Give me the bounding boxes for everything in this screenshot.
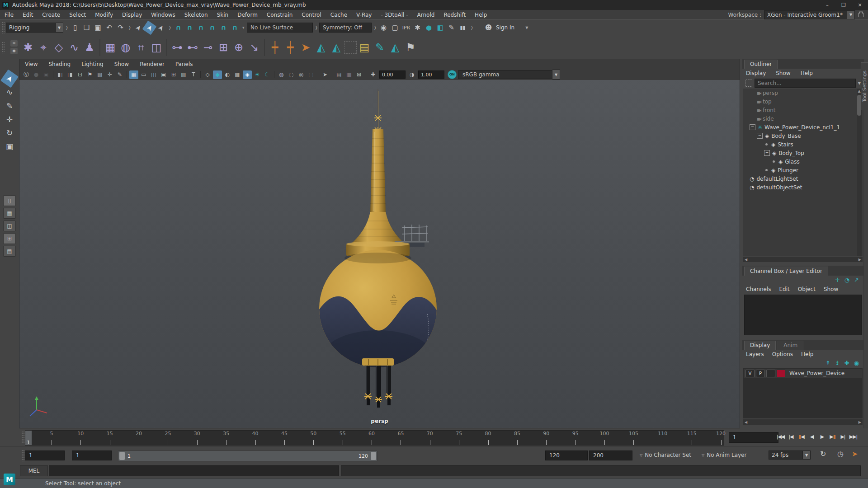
menu-modify[interactable]: Modify <box>90 10 118 19</box>
duplicate-cards-icon[interactable]: ▤ <box>357 39 372 56</box>
render-settings-icon[interactable]: ✱ <box>412 23 423 33</box>
live-surface-field[interactable]: No Live Surface <box>247 23 313 33</box>
timeline-playhead[interactable]: 1 <box>25 431 32 445</box>
pose-tool-icon[interactable]: ┿ <box>267 39 283 56</box>
menu-display[interactable]: Display <box>118 10 146 19</box>
orient-constraint-icon[interactable]: ⊸ <box>200 39 216 56</box>
groom-brush-icon[interactable]: ✎ <box>372 39 387 56</box>
layout-pane-outliner[interactable]: ⊞ <box>3 233 16 244</box>
outliner-horizontal-scrollbar[interactable]: ◀ ▶ <box>743 257 863 262</box>
flat-shade-icon[interactable]: ◐ <box>223 70 232 79</box>
menu-arnold[interactable]: Arnold <box>413 10 439 19</box>
multisample-icon[interactable]: ◎ <box>297 70 306 79</box>
duplicate-pane-icon[interactable]: ▤ <box>335 70 344 79</box>
scroll-right-icon[interactable]: ▶ <box>859 420 861 424</box>
viewport-menu-renderer[interactable]: Renderer <box>134 61 170 67</box>
shelf-tabs-toggle[interactable]: ≡ <box>10 40 18 47</box>
outliner-item-defaultobjectset[interactable]: ◔defaultObjectSet <box>743 183 863 192</box>
redo-icon[interactable]: ↷ <box>115 23 126 33</box>
step-forward-frame-button[interactable]: ▶| <box>838 432 848 442</box>
channel-box-menu-edit[interactable]: Edit <box>779 286 790 292</box>
layout-pane-hypergraph[interactable]: ▤ <box>3 246 16 257</box>
film-gate-icon[interactable]: ▭ <box>139 70 148 79</box>
hypershade-icon[interactable]: ● <box>424 23 434 33</box>
play-forwards-button[interactable]: ▶ <box>817 432 827 442</box>
expand-collapse-icon[interactable]: − <box>757 133 763 139</box>
xray-icon[interactable]: ▢ <box>307 70 316 79</box>
color-management-toggle[interactable]: ON <box>448 70 457 79</box>
range-start-handle[interactable] <box>119 452 125 460</box>
ik-handle-icon[interactable]: ⌖ <box>36 39 51 56</box>
playback-end-field[interactable]: 120 <box>545 450 588 460</box>
tab-anim[interactable]: Anim <box>778 341 803 350</box>
chevron-down-icon[interactable]: ▼ <box>525 26 528 30</box>
outliner-item-body_base[interactable]: −◈Body_Base <box>743 131 863 140</box>
move-tool[interactable]: ✛ <box>3 113 16 126</box>
outliner-item-body_top[interactable]: −◈Body_Top <box>743 149 863 157</box>
image-plane-icon[interactable]: ▧ <box>95 70 104 79</box>
insert-joint-icon[interactable]: ◇ <box>51 39 66 56</box>
outliner-item-side[interactable]: ◼◂side <box>743 114 863 123</box>
save-scene-icon[interactable]: ▣ <box>93 23 103 33</box>
snap-grid-icon[interactable]: ∩ <box>173 23 184 33</box>
viewport-3d-area[interactable]: persp <box>19 80 740 428</box>
make-live-icon[interactable]: ∩ <box>230 23 240 33</box>
select-tool[interactable]: ➤ <box>0 70 19 88</box>
animation-start-field[interactable]: 1 <box>25 450 65 460</box>
sign-in-control[interactable]: ☻ Sign In ▼ <box>483 23 528 33</box>
group-divider[interactable]: ❭ <box>315 22 317 33</box>
paint-effects-icon[interactable]: ✎ <box>446 23 457 33</box>
viewport-menu-show[interactable]: Show <box>109 61 134 67</box>
create-layer-from-selected-icon[interactable]: ◉ <box>854 360 859 367</box>
animation-end-field[interactable]: 200 <box>589 450 632 460</box>
group-divider[interactable]: ❭ <box>470 22 473 33</box>
current-frame-field[interactable]: 1 <box>729 432 778 443</box>
render-view-icon[interactable]: ◉ <box>378 23 389 33</box>
open-scene-icon[interactable]: ❏ <box>81 23 92 33</box>
layer-color-swatch[interactable] <box>777 370 785 377</box>
go-to-end-button[interactable]: ▶▶| <box>849 432 858 442</box>
outliner-item-plunger[interactable]: ◈Plunger <box>743 166 863 174</box>
exposure-icon[interactable]: ✚ <box>368 70 377 79</box>
pan-zoom-icon[interactable]: ✛ <box>105 70 114 79</box>
viewport-menu-lighting[interactable]: Lighting <box>76 61 109 67</box>
channel-list-empty[interactable] <box>744 295 862 335</box>
vray-menu-icon[interactable]: Ⓥ <box>22 70 31 79</box>
menu-redshift[interactable]: Redshift <box>439 10 470 19</box>
playback-loop-icon[interactable]: ↻ <box>820 450 826 458</box>
time-slider[interactable]: 5101520253035404550556065707580859095100… <box>25 430 724 446</box>
safe-title-icon[interactable]: ▨ <box>179 70 188 79</box>
drag-handle[interactable] <box>21 431 24 443</box>
group-divider[interactable]: ❭ <box>128 22 131 33</box>
character-set-dropdown[interactable]: ▽ No Character Set <box>640 450 691 460</box>
search-input[interactable]: Search... <box>755 79 856 88</box>
menu-create[interactable]: Create <box>38 10 65 19</box>
drag-handle[interactable] <box>1 42 5 53</box>
outliner-menu-show[interactable]: Show <box>776 70 790 76</box>
outliner-menu-display[interactable]: Display <box>746 70 766 76</box>
camera-attributes-icon[interactable]: ⊡ <box>75 70 85 79</box>
paint-skin-weights-icon[interactable]: ▦ <box>103 39 118 56</box>
outliner-item-stairs[interactable]: ◈Stairs <box>743 140 863 149</box>
tab-tool-settings[interactable]: Tool Settings <box>861 62 868 110</box>
menu-vray[interactable]: V-Ray <box>352 10 376 19</box>
snap-point-icon[interactable]: ∩ <box>196 23 206 33</box>
parent-constraint-icon[interactable]: ⊶ <box>170 39 185 56</box>
snap-view-plane-icon[interactable]: ∩ <box>218 23 229 33</box>
tab-display[interactable]: Display <box>744 341 776 350</box>
range-end-handle[interactable] <box>371 452 376 460</box>
chevron-down-icon[interactable]: ▼ <box>803 450 811 460</box>
tab-channel-box[interactable]: Channel Box / Layer Editor <box>744 267 828 276</box>
layer-row[interactable]: VPWave_Power_Device <box>744 369 862 378</box>
chevron-down-icon[interactable]: ▼ <box>847 10 855 19</box>
empty-shelf-slot[interactable] <box>344 41 357 54</box>
shelf-menu-gear-icon[interactable]: ✱ <box>10 48 18 54</box>
disabled-texture-icon[interactable]: ▣ <box>42 70 51 79</box>
scroll-right-icon[interactable]: ▶ <box>859 258 861 262</box>
menu-select[interactable]: Select <box>65 10 90 19</box>
step-back-key-button[interactable]: ▮◀ <box>797 432 806 442</box>
anim-layer-dropdown[interactable]: ▽ No Anim Layer <box>702 450 746 460</box>
menu-3dtoall[interactable]: - 3DtoAll - <box>376 10 412 19</box>
ipr-render-icon[interactable]: IPR <box>401 23 411 33</box>
playback-start-field[interactable]: 1 <box>72 450 112 460</box>
